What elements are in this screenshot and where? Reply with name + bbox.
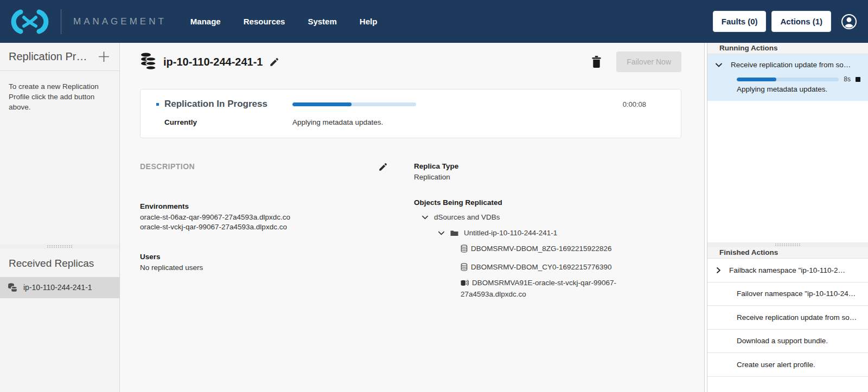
menu-resources[interactable]: Resources bbox=[244, 17, 285, 26]
environment-value: oracle-st-vckj-qar-99067-27a4593a.dlpxdc… bbox=[140, 222, 414, 232]
running-action-title: Receive replication update from so… bbox=[731, 61, 851, 69]
add-profile-button[interactable] bbox=[97, 50, 111, 63]
delphix-logo-icon bbox=[8, 8, 52, 36]
finished-action-item[interactable]: Download a support bundle. bbox=[707, 330, 868, 354]
tree-leaf-label: DBOMSRMV-DBOM_8ZG-1692215922826 bbox=[471, 245, 612, 253]
brand-label: MANAGEMENT bbox=[73, 16, 167, 27]
tree-leaf-vdb[interactable]: DBOMSRMVA91E-oracle-st-vckj-qar-99067-27… bbox=[461, 278, 623, 299]
database-icon bbox=[461, 263, 468, 274]
tree-node-label: dSources and VDBs bbox=[434, 213, 500, 221]
finished-action-label: Failback namespace "ip-10-110-2… bbox=[729, 266, 845, 274]
chevron-down-icon[interactable] bbox=[422, 214, 429, 221]
edit-description-icon[interactable] bbox=[378, 162, 388, 172]
status-bullet-icon bbox=[156, 103, 159, 106]
tree-node-label: Untitled-ip-10-110-244-241-1 bbox=[464, 229, 557, 237]
database-icon bbox=[461, 245, 468, 255]
objects-replicated-label: Objects Being Replicated bbox=[414, 198, 681, 207]
actions-panel: Running Actions Receive replication upda… bbox=[707, 43, 868, 392]
sidebar-splitter[interactable] bbox=[0, 244, 119, 249]
replica-db-icon bbox=[8, 282, 18, 293]
menu-manage[interactable]: Manage bbox=[190, 17, 221, 26]
create-profile-hint: To create a new Replication Profile clic… bbox=[0, 71, 108, 124]
running-action-status: Applying metadata updates. bbox=[737, 85, 861, 93]
elapsed-time: 0:00:08 bbox=[623, 100, 646, 108]
tree-leaf-dsource[interactable]: DBOMSRMV-DBOM_CY0-1692215776390 bbox=[461, 262, 623, 274]
replication-progress-card: Replication In Progress 0:00:08 Currentl… bbox=[140, 89, 681, 138]
replica-title: ip-10-110-244-241-1 bbox=[163, 56, 263, 68]
running-action-item[interactable]: Receive replication update from so… 8s A… bbox=[707, 54, 868, 101]
vdb-live-source-icon bbox=[461, 279, 469, 290]
running-action-duration: 8s bbox=[844, 75, 851, 83]
replication-profiles-title: Replication Pr… bbox=[9, 50, 87, 63]
currently-label: Currently bbox=[164, 118, 292, 126]
finished-actions-header: Finished Actions bbox=[707, 247, 868, 259]
finished-actions-list: Failback namespace "ip-10-110-2… Failove… bbox=[707, 259, 868, 377]
received-replicas-header: Received Replicas bbox=[0, 249, 119, 277]
folder-icon bbox=[450, 230, 458, 236]
database-stack-icon bbox=[140, 52, 157, 72]
replication-status-title: Replication In Progress bbox=[164, 99, 292, 110]
finished-action-label: Download a support bundle. bbox=[737, 337, 828, 345]
users-value: No replicated users bbox=[140, 263, 414, 273]
chevron-down-icon[interactable] bbox=[715, 62, 723, 68]
running-action-progress-bar bbox=[737, 78, 839, 81]
replica-type-label: Replica Type bbox=[414, 162, 681, 170]
replication-sidebar: Replication Pr… To create a new Replicat… bbox=[0, 43, 120, 392]
finished-action-item[interactable]: Failover namespace "ip-10-110-24… bbox=[707, 282, 868, 306]
stop-action-button[interactable] bbox=[856, 77, 860, 82]
faults-button[interactable]: Faults (0) bbox=[713, 11, 767, 32]
users-label: Users bbox=[140, 253, 414, 261]
drag-handle-icon bbox=[47, 245, 72, 248]
tree-node-dsources[interactable]: dSources and VDBs bbox=[422, 213, 681, 221]
environment-value: oracle-st-06az-qar-99067-27a4593a.dlpxdc… bbox=[140, 213, 414, 222]
description-label: DESCRIPTION bbox=[140, 162, 195, 171]
tree-node-group[interactable]: Untitled-ip-10-110-244-241-1 bbox=[438, 229, 681, 237]
received-replica-item[interactable]: ip-10-110-244-241-1 bbox=[0, 277, 119, 298]
edit-title-icon[interactable] bbox=[269, 57, 279, 67]
environments-label: Environments bbox=[140, 202, 414, 210]
finished-action-item[interactable]: Failback namespace "ip-10-110-2… bbox=[707, 259, 868, 282]
replication-progress-fill bbox=[292, 102, 352, 106]
actions-panel-splitter[interactable] bbox=[707, 242, 868, 247]
tree-leaf-label: DBOMSRMV-DBOM_CY0-1692215776390 bbox=[471, 263, 612, 271]
finished-action-item[interactable]: Receive replication update from so… bbox=[707, 306, 868, 330]
running-actions-header: Running Actions bbox=[707, 43, 868, 54]
top-navbar: MANAGEMENT Manage Resources System Help … bbox=[0, 0, 868, 43]
menu-system[interactable]: System bbox=[308, 17, 336, 26]
actions-button[interactable]: Actions (1) bbox=[771, 11, 831, 32]
user-avatar-icon[interactable] bbox=[841, 14, 857, 30]
drag-handle-icon bbox=[775, 243, 800, 246]
tree-leaf-label: DBOMSRMVA91E-oracle-st-vckj-qar-99067-27… bbox=[461, 279, 616, 298]
navbar-divider bbox=[61, 9, 61, 34]
finished-action-label: Failover namespace "ip-10-110-24… bbox=[737, 290, 856, 298]
main-menu: Manage Resources System Help bbox=[190, 17, 377, 26]
replica-type-value: Replication bbox=[414, 172, 681, 182]
menu-help[interactable]: Help bbox=[360, 17, 378, 26]
delete-replica-icon[interactable] bbox=[591, 55, 602, 68]
chevron-down-icon[interactable] bbox=[438, 230, 445, 236]
finished-action-label: Create user alert profile. bbox=[737, 361, 815, 369]
current-step-text: Applying metadata updates. bbox=[292, 118, 383, 126]
finished-action-label: Receive replication update from so… bbox=[737, 313, 857, 322]
replica-detail-panel: ip-10-110-244-241-1 Failover Now bbox=[120, 43, 705, 392]
failover-now-button[interactable]: Failover Now bbox=[616, 52, 681, 72]
replication-progress-bar bbox=[292, 102, 416, 106]
chevron-right-icon[interactable] bbox=[707, 267, 729, 274]
replication-profiles-header: Replication Pr… bbox=[0, 43, 119, 71]
running-action-progress-fill bbox=[737, 78, 776, 81]
tree-leaf-dsource[interactable]: DBOMSRMV-DBOM_8ZG-1692215922826 bbox=[461, 244, 623, 255]
finished-action-item[interactable]: Create user alert profile. bbox=[707, 353, 868, 377]
replica-item-label: ip-10-110-244-241-1 bbox=[23, 283, 92, 292]
